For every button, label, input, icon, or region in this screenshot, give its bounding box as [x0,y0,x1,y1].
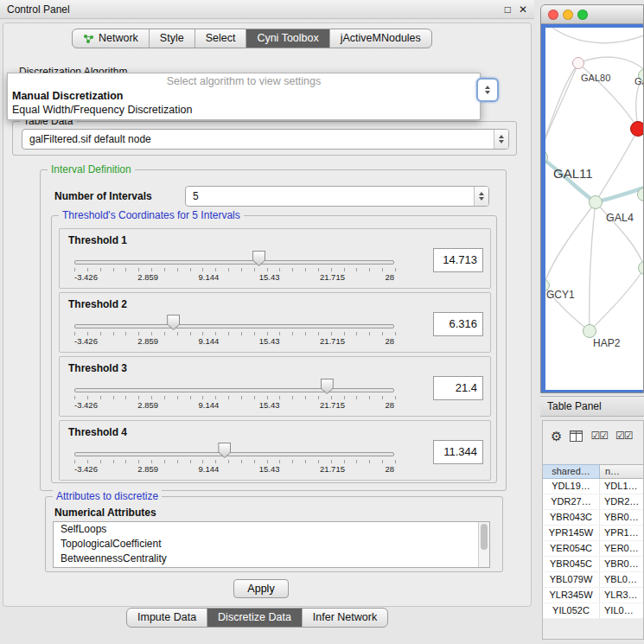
table-header-row: shared… n… [543,464,644,479]
gear-icon[interactable]: ⚙ [551,430,562,443]
tab-select[interactable]: Select [195,29,247,48]
cell-shared-name[interactable]: YBL079W [543,572,600,587]
scale-label: 9.144 [199,336,220,346]
column-header-shared-name[interactable]: shared… [543,464,600,479]
list-item[interactable]: SelfLoops [54,522,489,537]
cell-name[interactable]: YLR3… [600,588,644,603]
table-row[interactable]: YLR345W YLR3… [543,588,644,603]
number-of-intervals-combo[interactable]: 5 [185,186,489,207]
table-row[interactable]: YDL19… YDL1… [543,479,644,494]
tab-cyni-toolbox[interactable]: Cyni Toolbox [246,29,329,48]
cell-name[interactable]: YPR1… [600,526,644,540]
network-node[interactable] [572,57,584,69]
list-item[interactable]: BetweennessCentrality [54,552,489,566]
slider-track[interactable] [74,452,394,456]
cell-shared-name[interactable]: YER054C [543,541,600,556]
cell-name[interactable]: YIL0… [600,603,644,618]
tab-impute-data[interactable]: Impute Data [127,609,207,627]
scale-label: -3.426 [74,400,98,410]
columns-icon[interactable] [570,430,583,442]
slider-scale: -3.4262.8599.14415.4321.71528 [74,400,394,410]
cell-shared-name[interactable]: YBR045C [543,557,600,571]
scale-label: 15.43 [259,464,280,474]
column-header-name[interactable]: n… [600,464,644,479]
network-node-label: GAL11 [553,166,593,181]
tab-style[interactable]: Style [150,29,195,48]
scale-label: 28 [385,464,394,474]
cell-shared-name[interactable]: YIL052C [543,603,600,618]
network-edge[interactable] [590,202,596,331]
scale-label: 21.715 [320,272,345,282]
cell-shared-name[interactable]: YDR27… [543,494,600,509]
cell-name[interactable]: YDR2… [600,494,644,509]
tab-network[interactable]: Network [73,29,150,48]
mac-close-button[interactable] [548,10,558,20]
table-row[interactable]: YBR043C YBR0… [543,510,644,526]
slider-track[interactable] [74,260,394,265]
scale-label: 15.43 [259,336,280,346]
table-row[interactable]: YER054C YER0… [543,541,644,557]
network-node[interactable] [630,121,644,137]
cell-shared-name[interactable]: YLR345W [543,588,600,603]
network-edge[interactable] [552,28,644,43]
cell-name[interactable]: YBL0… [600,572,644,587]
tab-discretize-data[interactable]: Discretize Data [207,609,303,627]
network-window-titlebar[interactable] [541,5,643,24]
scale-label: 21.715 [320,400,345,410]
scale-label: 28 [385,336,394,346]
cell-name[interactable]: YDL1… [600,479,644,494]
threshold-2-block: Threshold 2 -3.4262.8599.14415.4321.7152… [59,292,491,353]
cell-name[interactable]: YBR0… [600,510,644,525]
threshold-value-field[interactable]: 11.344 [433,440,483,464]
algorithm-combo-stepper[interactable] [476,78,499,102]
deselect-all-checkboxes-icon[interactable]: ☑☑ [615,430,633,442]
threshold-value-field[interactable]: 6.316 [433,312,483,336]
threshold-value-field[interactable]: 21.4 [433,376,483,400]
combo-stepper-icon[interactable] [494,130,508,149]
table-row[interactable]: YDR27… YDR2… [543,494,644,510]
network-edge[interactable] [590,268,644,331]
table-row[interactable]: YBR045C YBR0… [543,557,644,572]
float-window-icon[interactable]: □ [505,3,511,16]
select-all-checkboxes-icon[interactable]: ☑☑ [590,430,608,442]
combo-stepper-icon[interactable] [474,187,488,206]
control-panel-titlebar: Control Panel □ ✕ [0,0,534,19]
close-icon[interactable]: ✕ [519,3,527,16]
table-data-combo[interactable]: galFiltered.sif default node [22,129,509,150]
dropdown-option-equal-width[interactable]: Equal Width/Frequency Discretization [8,103,480,117]
tab-label: Impute Data [137,609,196,627]
dropdown-option-manual[interactable]: Manual Discretization [8,89,480,103]
mac-zoom-button[interactable] [577,10,588,20]
apply-button[interactable]: Apply [233,579,289,598]
network-edge[interactable] [545,63,578,156]
network-node[interactable] [589,195,603,209]
mac-minimize-button[interactable] [563,10,573,20]
cell-shared-name[interactable]: YBR043C [543,510,600,525]
network-edge[interactable] [545,202,596,285]
scale-label: 28 [385,400,394,410]
network-canvas[interactable]: GAL80GALGAL11GAL4GCY1HAP2 [545,28,644,390]
dropdown-placeholder-item[interactable]: Select algorithm to view settings [8,74,480,89]
threshold-value-field[interactable]: 14.713 [433,248,483,272]
numerical-attributes-list[interactable]: SelfLoopsTopologicalCoefficientBetweenne… [53,521,490,568]
network-edge[interactable] [545,63,578,156]
network-node-label: GCY1 [546,289,575,301]
list-scrollbar[interactable] [478,522,489,567]
cell-shared-name[interactable]: YDL19… [543,479,600,494]
top-tab-bar: Network Style Select Cyni Toolbox jActiv… [72,29,432,48]
table-row[interactable]: YPR145W YPR1… [543,526,644,541]
list-item[interactable]: TopologicalCoefficient [54,537,489,552]
table-row[interactable]: YIL052C YIL0… [543,603,644,619]
scale-label: -3.426 [74,272,98,282]
slider-ticks [74,268,396,271]
cell-shared-name[interactable]: YPR145W [543,526,600,540]
tab-jactivemodules[interactable]: jActiveMNodules [330,29,431,48]
tab-infer-network[interactable]: Infer Network [303,609,387,627]
cell-name[interactable]: YER0… [600,541,644,556]
slider-track[interactable] [74,324,394,328]
network-edge[interactable] [578,57,644,73]
slider-track[interactable] [74,388,394,392]
cell-name[interactable]: YBR0… [600,557,644,571]
table-row[interactable]: YBL079W YBL0… [543,572,644,588]
network-node[interactable] [583,324,596,338]
